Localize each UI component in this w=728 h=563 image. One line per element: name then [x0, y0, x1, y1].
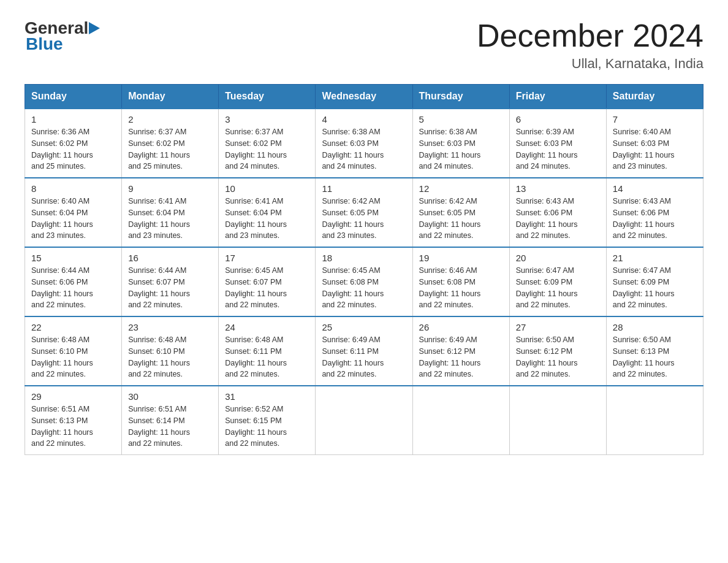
day-info: Sunrise: 6:43 AMSunset: 6:06 PMDaylight:…	[516, 197, 578, 240]
day-number: 19	[419, 253, 503, 263]
calendar-cell	[316, 386, 412, 455]
column-header-thursday: Thursday	[412, 85, 509, 109]
day-number: 25	[322, 322, 406, 332]
calendar-subtitle: Ullal, Karnataka, India	[477, 56, 703, 72]
day-number: 17	[225, 253, 309, 263]
day-number: 24	[225, 322, 309, 332]
day-number: 1	[31, 114, 115, 124]
day-number: 20	[516, 253, 600, 263]
calendar-cell	[606, 386, 703, 455]
calendar-cell: 14 Sunrise: 6:43 AMSunset: 6:06 PMDaylig…	[606, 178, 703, 247]
logo-arrow-icon	[88, 21, 100, 35]
calendar-cell: 28 Sunrise: 6:50 AMSunset: 6:13 PMDaylig…	[606, 316, 703, 386]
day-info: Sunrise: 6:43 AMSunset: 6:06 PMDaylight:…	[613, 197, 675, 240]
day-number: 12	[419, 183, 503, 194]
day-number: 15	[31, 253, 115, 263]
day-number: 31	[225, 391, 309, 402]
column-header-monday: Monday	[122, 85, 219, 109]
day-info: Sunrise: 6:52 AMSunset: 6:15 PMDaylight:…	[225, 405, 287, 448]
column-header-wednesday: Wednesday	[316, 85, 412, 109]
calendar-cell: 25 Sunrise: 6:49 AMSunset: 6:11 PMDaylig…	[316, 316, 412, 386]
day-info: Sunrise: 6:51 AMSunset: 6:14 PMDaylight:…	[128, 405, 190, 448]
day-number: 4	[322, 114, 406, 124]
day-info: Sunrise: 6:49 AMSunset: 6:12 PMDaylight:…	[419, 335, 481, 378]
day-info: Sunrise: 6:37 AMSunset: 6:02 PMDaylight:…	[128, 128, 190, 170]
day-number: 11	[322, 183, 406, 194]
day-number: 2	[128, 114, 212, 124]
calendar-cell	[509, 386, 606, 455]
column-header-sunday: Sunday	[25, 85, 122, 109]
day-number: 16	[128, 253, 212, 263]
day-info: Sunrise: 6:39 AMSunset: 6:03 PMDaylight:…	[516, 128, 578, 170]
calendar-cell: 19 Sunrise: 6:46 AMSunset: 6:08 PMDaylig…	[412, 247, 509, 316]
day-info: Sunrise: 6:44 AMSunset: 6:06 PMDaylight:…	[31, 266, 93, 309]
calendar-cell	[412, 386, 509, 455]
page-header: General Blue December 2024 Ullal, Karnat…	[25, 18, 703, 72]
calendar-week-row: 1 Sunrise: 6:36 AMSunset: 6:02 PMDayligh…	[25, 109, 703, 178]
calendar-header-row: SundayMondayTuesdayWednesdayThursdayFrid…	[25, 85, 703, 109]
day-info: Sunrise: 6:51 AMSunset: 6:13 PMDaylight:…	[31, 405, 93, 448]
calendar-cell: 26 Sunrise: 6:49 AMSunset: 6:12 PMDaylig…	[412, 316, 509, 386]
calendar-cell: 27 Sunrise: 6:50 AMSunset: 6:12 PMDaylig…	[509, 316, 606, 386]
calendar-cell: 9 Sunrise: 6:41 AMSunset: 6:04 PMDayligh…	[122, 178, 219, 247]
day-number: 9	[128, 183, 212, 194]
calendar-cell: 4 Sunrise: 6:38 AMSunset: 6:03 PMDayligh…	[316, 109, 412, 178]
column-header-tuesday: Tuesday	[219, 85, 316, 109]
day-info: Sunrise: 6:42 AMSunset: 6:05 PMDaylight:…	[419, 197, 481, 240]
calendar-cell: 22 Sunrise: 6:48 AMSunset: 6:10 PMDaylig…	[25, 316, 122, 386]
day-info: Sunrise: 6:42 AMSunset: 6:05 PMDaylight:…	[322, 197, 384, 240]
calendar-cell: 3 Sunrise: 6:37 AMSunset: 6:02 PMDayligh…	[219, 109, 316, 178]
day-info: Sunrise: 6:48 AMSunset: 6:10 PMDaylight:…	[128, 335, 190, 378]
day-number: 7	[613, 114, 697, 124]
calendar-week-row: 8 Sunrise: 6:40 AMSunset: 6:04 PMDayligh…	[25, 178, 703, 247]
day-info: Sunrise: 6:38 AMSunset: 6:03 PMDaylight:…	[322, 128, 384, 170]
day-number: 23	[128, 322, 212, 332]
day-info: Sunrise: 6:48 AMSunset: 6:10 PMDaylight:…	[31, 335, 93, 378]
day-info: Sunrise: 6:38 AMSunset: 6:03 PMDaylight:…	[419, 128, 481, 170]
svg-marker-0	[89, 22, 100, 34]
day-number: 21	[613, 253, 697, 263]
calendar-cell: 16 Sunrise: 6:44 AMSunset: 6:07 PMDaylig…	[122, 247, 219, 316]
calendar-cell: 29 Sunrise: 6:51 AMSunset: 6:13 PMDaylig…	[25, 386, 122, 455]
calendar-cell: 5 Sunrise: 6:38 AMSunset: 6:03 PMDayligh…	[412, 109, 509, 178]
day-info: Sunrise: 6:36 AMSunset: 6:02 PMDaylight:…	[31, 128, 93, 170]
day-number: 27	[516, 322, 600, 332]
calendar-cell: 18 Sunrise: 6:45 AMSunset: 6:08 PMDaylig…	[316, 247, 412, 316]
calendar-cell: 7 Sunrise: 6:40 AMSunset: 6:03 PMDayligh…	[606, 109, 703, 178]
day-info: Sunrise: 6:46 AMSunset: 6:08 PMDaylight:…	[419, 266, 481, 309]
day-number: 13	[516, 183, 600, 194]
calendar-cell: 31 Sunrise: 6:52 AMSunset: 6:15 PMDaylig…	[219, 386, 316, 455]
calendar-week-row: 29 Sunrise: 6:51 AMSunset: 6:13 PMDaylig…	[25, 386, 703, 455]
calendar-week-row: 22 Sunrise: 6:48 AMSunset: 6:10 PMDaylig…	[25, 316, 703, 386]
calendar-cell: 10 Sunrise: 6:41 AMSunset: 6:04 PMDaylig…	[219, 178, 316, 247]
day-info: Sunrise: 6:47 AMSunset: 6:09 PMDaylight:…	[613, 266, 675, 309]
calendar-cell: 20 Sunrise: 6:47 AMSunset: 6:09 PMDaylig…	[509, 247, 606, 316]
title-area: December 2024 Ullal, Karnataka, India	[477, 18, 703, 72]
logo-blue-text: Blue	[26, 34, 63, 53]
day-number: 18	[322, 253, 406, 263]
day-number: 29	[31, 391, 115, 402]
calendar-cell: 17 Sunrise: 6:45 AMSunset: 6:07 PMDaylig…	[219, 247, 316, 316]
day-number: 6	[516, 114, 600, 124]
day-number: 3	[225, 114, 309, 124]
day-number: 22	[31, 322, 115, 332]
day-info: Sunrise: 6:50 AMSunset: 6:13 PMDaylight:…	[613, 335, 675, 378]
day-info: Sunrise: 6:41 AMSunset: 6:04 PMDaylight:…	[225, 197, 287, 240]
calendar-cell: 21 Sunrise: 6:47 AMSunset: 6:09 PMDaylig…	[606, 247, 703, 316]
calendar-cell: 15 Sunrise: 6:44 AMSunset: 6:06 PMDaylig…	[25, 247, 122, 316]
calendar-cell: 11 Sunrise: 6:42 AMSunset: 6:05 PMDaylig…	[316, 178, 412, 247]
calendar-cell: 30 Sunrise: 6:51 AMSunset: 6:14 PMDaylig…	[122, 386, 219, 455]
day-info: Sunrise: 6:41 AMSunset: 6:04 PMDaylight:…	[128, 197, 190, 240]
day-number: 30	[128, 391, 212, 402]
day-info: Sunrise: 6:40 AMSunset: 6:03 PMDaylight:…	[613, 128, 675, 170]
day-number: 14	[613, 183, 697, 194]
calendar-week-row: 15 Sunrise: 6:44 AMSunset: 6:06 PMDaylig…	[25, 247, 703, 316]
calendar-cell: 6 Sunrise: 6:39 AMSunset: 6:03 PMDayligh…	[509, 109, 606, 178]
day-number: 5	[419, 114, 503, 124]
day-info: Sunrise: 6:37 AMSunset: 6:02 PMDaylight:…	[225, 128, 287, 170]
column-header-friday: Friday	[509, 85, 606, 109]
calendar-cell: 23 Sunrise: 6:48 AMSunset: 6:10 PMDaylig…	[122, 316, 219, 386]
day-info: Sunrise: 6:45 AMSunset: 6:07 PMDaylight:…	[225, 266, 287, 309]
day-number: 28	[613, 322, 697, 332]
day-number: 10	[225, 183, 309, 194]
